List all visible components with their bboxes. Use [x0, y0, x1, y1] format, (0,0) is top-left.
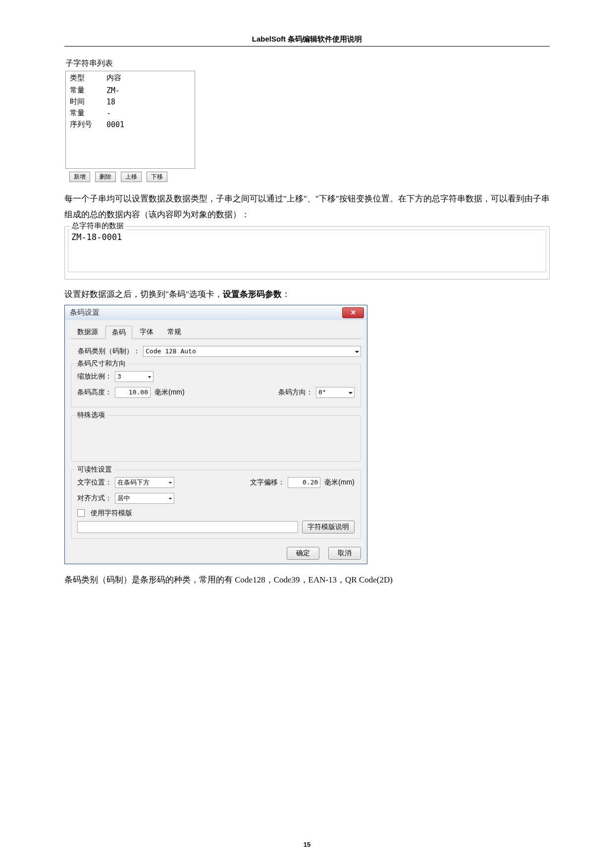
barcode-type-label: 条码类别（码制）： — [78, 347, 140, 356]
height-unit: 毫米(mm) — [154, 388, 185, 397]
substring-list-title: 子字符串列表 — [65, 58, 550, 69]
tab-data-source[interactable]: 数据源 — [71, 325, 104, 338]
readability-legend: 可读性设置 — [75, 465, 114, 474]
size-legend: 条码尺寸和方向 — [75, 359, 128, 368]
col-type: 类型 — [66, 71, 102, 85]
use-template-checkbox[interactable] — [77, 509, 85, 517]
paragraph-2: 条码类别（码制）是条形码的种类，常用的有 Code128，Code39，EAN-… — [64, 572, 550, 588]
readability-group: 可读性设置 文字位置： 在条码下方 文字偏移： 毫米(mm) 对齐方式： 居中 — [71, 470, 361, 539]
add-button[interactable]: 新增 — [69, 172, 90, 182]
char-template-input[interactable] — [77, 521, 298, 533]
paragraph-1: 每一个子串均可以设置数据及数据类型，子串之间可以通过"上移"、"下移"按钮变换位… — [64, 191, 550, 223]
mid-paragraph: 设置好数据源之后，切换到"条码"选项卡，设置条形码参数： — [64, 289, 550, 300]
close-icon: ✕ — [351, 309, 356, 316]
scale-label: 缩放比例： — [77, 372, 112, 381]
move-down-button[interactable]: 下移 — [147, 172, 167, 182]
table-row[interactable]: 时间18 — [66, 96, 195, 107]
table-row[interactable]: 常量- — [66, 107, 195, 119]
ok-button[interactable]: 确定 — [287, 547, 319, 560]
text-offset-input[interactable] — [288, 477, 320, 488]
total-string-legend: 总字符串的数据 — [70, 221, 126, 231]
tab-general[interactable]: 常规 — [161, 325, 188, 338]
template-help-button[interactable]: 字符模版说明 — [302, 521, 355, 533]
delete-button[interactable]: 删除 — [95, 172, 116, 182]
size-group: 条码尺寸和方向 缩放比例： 3 条码高度： 毫米(mm) 条码方向： 0° — [71, 364, 361, 407]
text-position-select[interactable]: 在条码下方 — [115, 477, 174, 488]
text-offset-unit: 毫米(mm) — [324, 478, 355, 487]
close-button[interactable]: ✕ — [342, 307, 364, 318]
align-select[interactable]: 居中 — [115, 493, 174, 504]
substring-list[interactable]: 类型 内容 常量ZM- 时间18 常量- 序列号0001 — [65, 71, 195, 169]
height-input[interactable] — [115, 387, 151, 398]
total-string-textarea[interactable]: ZM-18-0001 — [68, 230, 546, 272]
tab-barcode[interactable]: 条码 — [105, 326, 132, 339]
table-row[interactable]: 序列号0001 — [66, 119, 195, 130]
direction-label: 条码方向： — [278, 388, 313, 397]
move-up-button[interactable]: 上移 — [121, 172, 142, 182]
align-label: 对齐方式： — [77, 494, 112, 503]
page-header: LabelSoft 条码编辑软件使用说明 — [64, 35, 550, 47]
height-label: 条码高度： — [77, 388, 112, 397]
special-group: 特殊选项 — [71, 415, 361, 462]
total-string-group: 总字符串的数据 ZM-18-0001 — [64, 226, 550, 280]
barcode-settings-dialog: 条码设置 ✕ 数据源 条码 字体 常规 条码类别（码制）： Code 128 A… — [64, 305, 367, 564]
page-number: 15 — [0, 841, 614, 848]
cancel-button[interactable]: 取消 — [328, 547, 361, 560]
use-template-label: 使用字符模版 — [91, 509, 132, 518]
dialog-tabs: 数据源 条码 字体 常规 — [71, 325, 361, 339]
table-row[interactable]: 常量ZM- — [66, 85, 195, 96]
text-position-label: 文字位置： — [77, 478, 112, 487]
barcode-type-select[interactable]: Code 128 Auto — [143, 346, 361, 357]
scale-select[interactable]: 3 — [115, 371, 154, 382]
direction-select[interactable]: 0° — [316, 387, 355, 398]
dialog-title: 条码设置 — [70, 308, 100, 317]
tab-font[interactable]: 字体 — [133, 325, 160, 338]
special-legend: 特殊选项 — [75, 411, 107, 420]
text-offset-label: 文字偏移： — [250, 478, 285, 487]
col-content: 内容 — [102, 71, 195, 85]
